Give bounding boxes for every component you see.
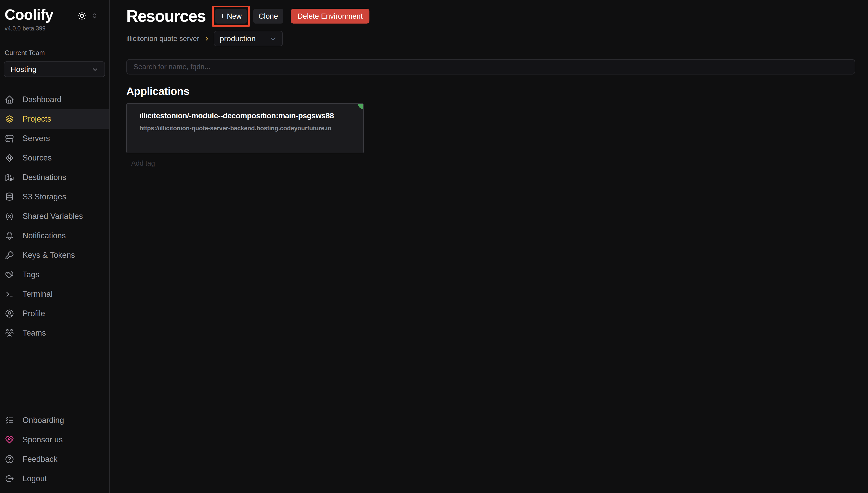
git-icon [5, 153, 14, 163]
current-team-label: Current Team [5, 49, 109, 57]
new-button-highlight-ring: + New [212, 6, 250, 27]
sidebar-item-servers[interactable]: Servers [0, 129, 109, 148]
database-icon [5, 192, 14, 202]
application-card[interactable]: illicitestonion/-module--decomposition:m… [126, 103, 364, 153]
chevron-down-icon [91, 66, 99, 73]
application-title: illicitestonion/-module--decomposition:m… [139, 111, 356, 120]
sidebar-item-profile[interactable]: Profile [0, 304, 109, 323]
sidebar-item-label: Notifications [23, 231, 66, 240]
sidebar-item-teams[interactable]: Teams [0, 323, 109, 343]
sidebar-item-label: Dashboard [23, 95, 61, 104]
user-circle-icon [5, 309, 14, 318]
new-button[interactable]: + New [215, 9, 247, 24]
sidebar-item-label: Onboarding [23, 416, 64, 425]
app-root: Coolify v4.0.0-beta.399 Current Team Hos… [0, 0, 868, 493]
clone-button[interactable]: Clone [253, 9, 283, 24]
team-select[interactable]: Hosting [4, 61, 105, 77]
sidebar: Coolify v4.0.0-beta.399 Current Team Hos… [0, 0, 110, 493]
app-logo: Coolify [5, 7, 53, 22]
breadcrumb-project-link[interactable]: illicitonion quote server [126, 35, 199, 43]
delete-environment-button[interactable]: Delete Environment [291, 9, 369, 24]
chevron-right-icon [204, 36, 210, 42]
sidebar-item-shared-variables[interactable]: Shared Variables [0, 207, 109, 226]
sidebar-item-feedback[interactable]: Feedback [0, 449, 109, 469]
sidebar-item-label: Logout [23, 474, 47, 483]
chevron-down-icon [269, 35, 277, 43]
environment-select-value: production [220, 34, 256, 43]
breadcrumb: illicitonion quote server production [126, 31, 855, 46]
add-tag-input[interactable] [131, 159, 234, 167]
sidebar-item-label: Feedback [23, 455, 57, 464]
team-select-value: Hosting [11, 65, 37, 74]
status-indicator [358, 104, 363, 109]
sidebar-item-label: Shared Variables [23, 212, 83, 221]
sidebar-nav: Dashboard Projects Servers Sources Desti… [0, 90, 109, 343]
sidebar-item-label: S3 Storages [23, 192, 66, 201]
sidebar-item-label: Servers [23, 134, 50, 143]
help-circle-icon [5, 454, 14, 464]
heart-handshake-icon [5, 435, 14, 445]
sidebar-footer-nav: Onboarding Sponsor us Feedback Logout [0, 411, 109, 493]
users-group-icon [5, 328, 14, 338]
layers-icon [5, 114, 14, 124]
sidebar-item-label: Terminal [23, 290, 53, 299]
sidebar-header: Coolify v4.0.0-beta.399 [0, 0, 109, 32]
terminal-icon [5, 289, 14, 299]
theme-sun-icon[interactable] [77, 11, 87, 20]
bell-icon [5, 231, 14, 241]
checklist-icon [5, 415, 14, 425]
sidebar-item-label: Sources [23, 153, 52, 163]
search-input[interactable] [126, 59, 855, 74]
sidebar-item-projects[interactable]: Projects [0, 109, 109, 129]
tags-icon [5, 270, 14, 280]
home-icon [5, 95, 14, 104]
sidebar-item-s3-storages[interactable]: S3 Storages [0, 187, 109, 207]
sidebar-item-dashboard[interactable]: Dashboard [0, 90, 109, 109]
key-icon [5, 250, 14, 260]
sidebar-item-logout[interactable]: Logout [0, 469, 109, 488]
sidebar-item-label: Destinations [23, 173, 66, 182]
sidebar-spacer [0, 343, 109, 411]
theme-selector-icon[interactable] [91, 12, 98, 20]
sidebar-item-label: Profile [23, 309, 45, 318]
sidebar-item-notifications[interactable]: Notifications [0, 226, 109, 245]
app-version: v4.0.0-beta.399 [5, 25, 53, 32]
sidebar-item-label: Projects [23, 114, 51, 124]
sidebar-item-sponsor-us[interactable]: Sponsor us [0, 430, 109, 449]
sidebar-item-onboarding[interactable]: Onboarding [0, 411, 109, 430]
page-title: Resources [126, 6, 205, 27]
variable-icon [5, 211, 14, 221]
sidebar-item-keys-tokens[interactable]: Keys & Tokens [0, 245, 109, 265]
sidebar-item-destinations[interactable]: Destinations [0, 168, 109, 187]
sidebar-item-label: Tags [23, 270, 39, 279]
applications-heading: Applications [126, 85, 855, 98]
map-icon [5, 173, 14, 182]
logout-icon [5, 474, 14, 484]
sidebar-item-label: Keys & Tokens [23, 251, 75, 260]
sidebar-item-tags[interactable]: Tags [0, 265, 109, 284]
sidebar-item-label: Sponsor us [23, 435, 63, 444]
server-icon [5, 134, 14, 143]
application-url: https://illicitonion-quote-server-backen… [139, 125, 356, 132]
sidebar-item-terminal[interactable]: Terminal [0, 284, 109, 304]
page-header: Resources + New Clone Delete Environment [126, 6, 855, 27]
sidebar-item-label: Teams [23, 328, 46, 338]
main-content: Resources + New Clone Delete Environment… [110, 0, 868, 493]
sidebar-item-sources[interactable]: Sources [0, 148, 109, 168]
environment-select[interactable]: production [214, 31, 283, 46]
